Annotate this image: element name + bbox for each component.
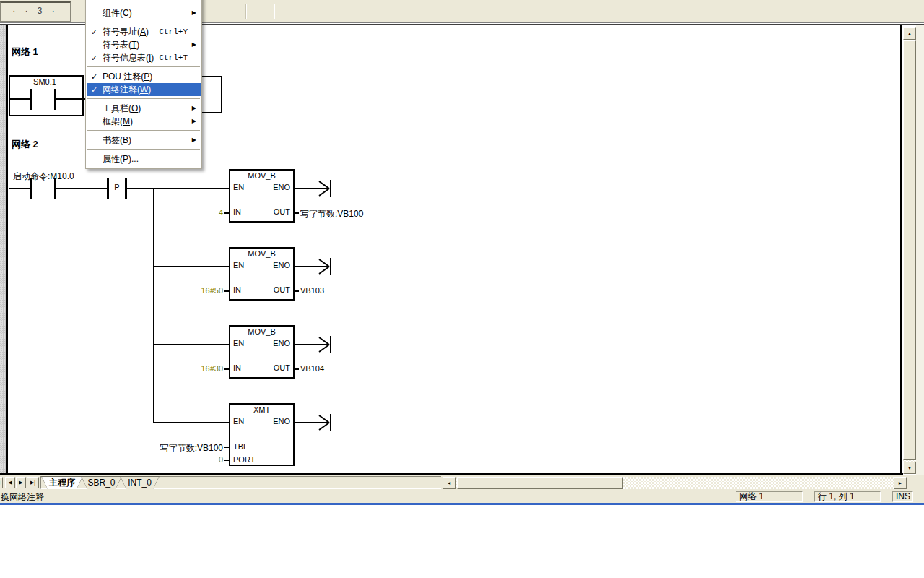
contact-address-m100[interactable]: 启动命令:M10.0 xyxy=(13,171,74,183)
menu-item-pou-comments[interactable]: ✓ POU 注释(P) xyxy=(87,70,201,83)
submenu-arrow-icon: ▶ xyxy=(192,134,196,147)
toolbar-separator xyxy=(245,4,247,19)
pin-out: OUT xyxy=(274,207,290,216)
status-hint-text: 换网络注释 xyxy=(1,491,44,504)
ruler-fragment: · · 3 · xyxy=(0,1,71,22)
tab-int0[interactable]: INT_0 xyxy=(120,476,160,489)
menu-item-toolbars[interactable]: 工具栏(O) ▶ xyxy=(87,102,201,115)
checkmark-icon: ✓ xyxy=(91,70,97,83)
vscrollbar-thumb[interactable] xyxy=(903,40,916,460)
contact-bar[interactable] xyxy=(30,89,32,110)
menu-separator xyxy=(87,128,200,134)
hscroll-right-button[interactable]: ► xyxy=(894,477,907,489)
pin-en: EN xyxy=(233,339,244,348)
out-operand-3[interactable]: VB104 xyxy=(300,364,324,373)
pin-stub xyxy=(295,212,299,214)
editor-bottom-border xyxy=(0,473,903,475)
mov-b-block-1[interactable]: MOV_B EN ENO IN OUT xyxy=(229,169,295,223)
xmt-block[interactable]: XMT EN ENO TBL PORT xyxy=(229,403,295,466)
mov-b-block-2[interactable]: MOV_B EN ENO IN OUT xyxy=(229,247,295,301)
in-constant-3[interactable]: 16#30 xyxy=(159,364,223,373)
pin-stub xyxy=(295,290,299,292)
pin-en: EN xyxy=(233,261,244,269)
branch-wire xyxy=(154,422,229,423)
pin-stub xyxy=(224,290,229,292)
pin-stub xyxy=(224,447,229,448)
mov-b-block-3[interactable]: MOV_B EN ENO IN OUT xyxy=(229,325,295,379)
tab-main-program[interactable]: 主程序 xyxy=(41,476,83,489)
tbl-operand[interactable]: 写字节数:VB100 xyxy=(144,442,223,454)
network2-label: 网络 2 xyxy=(12,138,38,151)
pin-in: IN xyxy=(233,207,241,216)
rung-wire xyxy=(9,98,30,100)
checkmark-icon: ✓ xyxy=(91,83,97,96)
hscrollbar-thumb[interactable] xyxy=(457,477,623,489)
vscroll-down-button[interactable]: ▼ xyxy=(903,462,916,474)
in-constant-2[interactable]: 16#50 xyxy=(159,286,223,295)
block-title: MOV_B xyxy=(230,327,293,336)
contact-bar[interactable] xyxy=(30,178,32,199)
menu-separator xyxy=(87,147,200,152)
branch-wire xyxy=(154,266,229,267)
pin-eno: ENO xyxy=(273,183,290,191)
window-bottom-edge xyxy=(0,503,924,505)
menu-item-bookmarks[interactable]: 书签(B) ▶ xyxy=(87,134,201,147)
tab-nav-prev-button[interactable]: ◀ xyxy=(5,477,15,488)
menu-item-network-comments[interactable]: ✓ 网络注释(W) xyxy=(87,83,201,96)
in-constant-1[interactable]: 4 xyxy=(159,208,223,217)
pin-out: OUT xyxy=(274,285,290,294)
block-title: XMT xyxy=(230,405,293,414)
editor-right-border xyxy=(900,25,902,475)
menu-item-symbol-table[interactable]: 符号表(T) ▶ xyxy=(87,38,201,51)
menu-item-components[interactable]: 组件(C) ▶ xyxy=(87,7,201,20)
checkmark-icon: ✓ xyxy=(91,51,97,64)
out-operand-1[interactable]: 写字节数:VB100 xyxy=(300,208,363,220)
tab-nav-last-button[interactable]: ▶| xyxy=(27,477,39,488)
pin-eno: ENO xyxy=(273,417,290,426)
pin-stub xyxy=(224,460,229,461)
tab-nav-next-button[interactable]: ▶ xyxy=(16,477,26,488)
pin-eno: ENO xyxy=(273,339,290,348)
rung-open-arrow xyxy=(295,178,336,202)
pin-en: EN xyxy=(233,183,244,191)
application-window: · · 3 · 网络 1 SM0.1 网络 2 启动命令:M10.0 P MOV… xyxy=(0,0,924,578)
menu-separator xyxy=(87,96,200,102)
pin-stub xyxy=(224,212,229,214)
rung-wire xyxy=(9,188,30,189)
rung-open-arrow xyxy=(295,334,336,358)
port-constant[interactable]: 0 xyxy=(159,455,223,464)
branch-wire xyxy=(153,188,154,423)
submenu-arrow-icon: ▶ xyxy=(192,115,196,128)
checkmark-icon: ✓ xyxy=(91,25,97,38)
menu-item-properties[interactable]: 属性(P)... xyxy=(87,152,201,165)
menu-item-symbol-info-table[interactable]: ✓ 符号信息表(I) Ctrl+T xyxy=(87,51,201,64)
status-network-panel: 网络 1 xyxy=(736,491,803,502)
vscroll-up-button[interactable]: ▲ xyxy=(903,27,916,40)
submenu-arrow-icon: ▶ xyxy=(192,38,196,51)
block-title: MOV_B xyxy=(230,249,293,258)
edge-contact-label[interactable]: P xyxy=(109,183,125,191)
out-operand-2[interactable]: VB103 xyxy=(300,286,324,295)
pin-eno: ENO xyxy=(273,261,290,269)
editor-left-gutter xyxy=(0,25,6,473)
submenu-arrow-icon: ▶ xyxy=(192,7,196,20)
power-rail xyxy=(6,25,8,473)
status-cursor-panel: 行 1, 列 1 xyxy=(814,491,881,502)
menu-item-symbol-addressing[interactable]: ✓ 符号寻址(A) Ctrl+Y xyxy=(87,25,201,38)
tab-nav-first-button[interactable]: |◀ xyxy=(0,477,3,488)
menu-separator xyxy=(87,64,200,70)
contact-address-sm01[interactable]: SM0.1 xyxy=(16,77,74,86)
menu-item-frame[interactable]: 框架(M) ▶ xyxy=(87,115,201,128)
tab-sbr0[interactable]: SBR_0 xyxy=(81,476,122,489)
branch-wire xyxy=(154,344,229,345)
pin-en: EN xyxy=(233,417,244,426)
pin-in: IN xyxy=(233,285,241,294)
toolbar-separator xyxy=(274,4,275,19)
shortcut-label: Ctrl+T xyxy=(159,51,188,64)
view-dropdown-menu: 组件(C) ▶ ✓ 符号寻址(A) Ctrl+Y 符号表(T) ▶ ✓ 符号信息… xyxy=(85,0,202,169)
hscroll-left-button[interactable]: ◄ xyxy=(443,477,456,489)
rung-open-arrow xyxy=(295,256,336,280)
pin-tbl: TBL xyxy=(233,442,248,451)
pin-out: OUT xyxy=(274,363,290,372)
pin-port: PORT xyxy=(233,455,255,464)
